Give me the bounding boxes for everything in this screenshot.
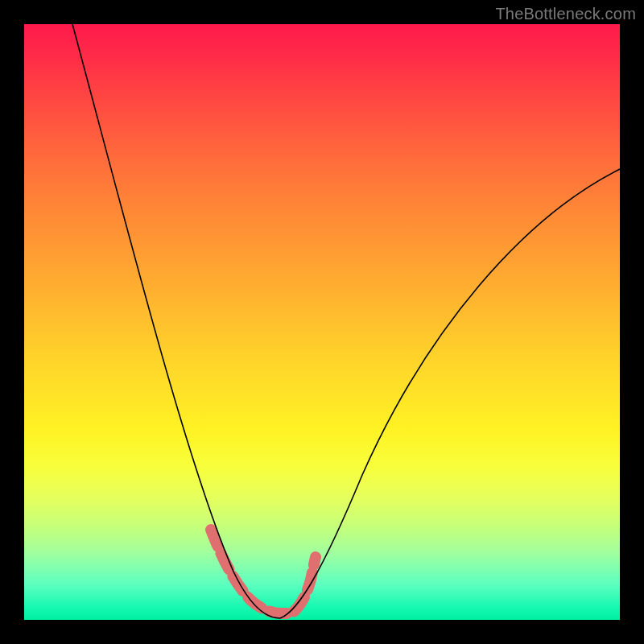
figure-root: TheBottleneck.com — [0, 0, 644, 644]
curves-svg — [24, 24, 620, 620]
watermark-text: TheBottleneck.com — [495, 5, 636, 23]
right-curve — [280, 169, 620, 618]
plot-area — [24, 24, 620, 620]
left-curve — [72, 24, 280, 618]
